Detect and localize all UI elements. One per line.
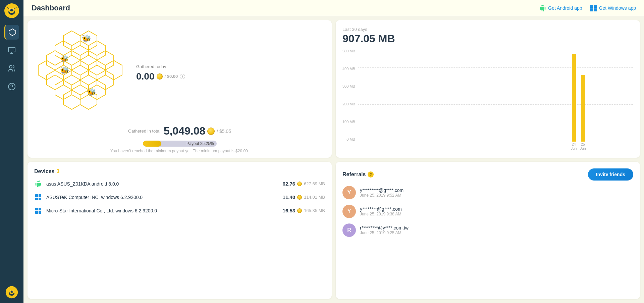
referral-avatar: R xyxy=(342,223,356,237)
chart-x-col xyxy=(597,142,606,151)
honeycomb-visual: 🐝 🐝 🐝 🐝 xyxy=(34,24,128,118)
chart-bar-col xyxy=(560,49,569,142)
device-coin-icon xyxy=(297,208,302,213)
referral-avatar: Y xyxy=(342,186,356,199)
chart-bar-col xyxy=(606,49,615,142)
gathered-total-value: 5,049.08 xyxy=(164,125,206,137)
chart-x-col xyxy=(450,142,459,151)
svg-point-19 xyxy=(10,290,11,292)
svg-text:🐝: 🐝 xyxy=(82,34,91,43)
device-credits: 16.53 xyxy=(283,208,296,213)
chart-plot: 24Jun25Jun xyxy=(358,49,633,151)
windows-app-link[interactable]: Get Windows app xyxy=(590,5,636,11)
sidebar-item-help[interactable] xyxy=(4,79,19,94)
svg-point-5 xyxy=(12,8,14,10)
chart-x-col xyxy=(496,142,505,151)
chart-bar-col xyxy=(505,49,514,142)
chart-x-col: 25Jun xyxy=(578,142,587,151)
svg-marker-21 xyxy=(34,24,51,44)
honeycomb-card: 🐝 🐝 🐝 🐝 Gathered today 0.00 xyxy=(28,20,332,158)
dashboard-grid: 🐝 🐝 🐝 🐝 Gathered today 0.00 xyxy=(23,16,644,303)
chart-bar-col xyxy=(532,49,541,142)
windows-device-icon xyxy=(34,193,42,201)
svg-marker-8 xyxy=(9,29,16,36)
main-content: Dashboard Get Android app Get Windows ap… xyxy=(23,0,644,303)
referrals-title-area: Referrals ? xyxy=(342,171,374,178)
chart-x-col xyxy=(560,142,569,151)
chart-x-col xyxy=(367,142,376,151)
sidebar-bee-icon[interactable] xyxy=(4,285,19,300)
svg-point-12 xyxy=(9,65,12,68)
chart-y-labels: 500 MB 400 MB 300 MB 200 MB 100 MB 0 MB xyxy=(342,49,358,151)
app-logo[interactable] xyxy=(4,3,19,18)
honey-coin-total xyxy=(207,128,215,135)
device-credits: 11.40 xyxy=(283,194,296,200)
sidebar-item-dashboard[interactable] xyxy=(4,25,19,40)
chart-bar-col xyxy=(404,49,413,142)
device-coin-icon xyxy=(297,195,302,200)
chart-x-col xyxy=(441,142,450,151)
android-icon xyxy=(539,5,546,11)
gathered-total-usd: / $5.05 xyxy=(217,129,231,134)
chart-x-col xyxy=(606,142,615,151)
invite-friends-button[interactable]: Invite friends xyxy=(588,168,633,181)
chart-x-col xyxy=(542,142,551,151)
svg-text:🐝: 🐝 xyxy=(60,66,69,75)
chart-bar-col xyxy=(542,49,551,142)
chart-total: 907.05 MB xyxy=(342,33,633,45)
page-header: Dashboard Get Android app Get Windows ap… xyxy=(23,0,644,16)
chart-bar-col xyxy=(432,49,441,142)
referral-date: June 25, 2019 9:38 AM xyxy=(360,212,402,216)
chart-bar-col xyxy=(496,49,505,142)
windows-device-svg xyxy=(35,194,41,200)
chart-x-col xyxy=(468,142,477,151)
chart-bar-col xyxy=(588,49,597,142)
chart-bar-col xyxy=(367,49,376,142)
devices-header: Devices 3 xyxy=(34,168,325,174)
payout-bar-container: Payout 25.25% xyxy=(143,141,217,147)
payout-bar-background: Payout 25.25% xyxy=(143,141,217,147)
referral-list: Yy*********@g****.comJune 25, 2019 9:52 … xyxy=(342,186,633,237)
referral-item: Yy*********@g****.comJune 25, 2019 9:52 … xyxy=(342,186,633,199)
android-device-icon xyxy=(34,180,42,188)
chart-area: 500 MB 400 MB 300 MB 200 MB 100 MB 0 MB xyxy=(342,49,633,151)
chart-bar xyxy=(572,54,576,142)
chart-bar-col xyxy=(551,49,560,142)
sidebar-item-referrals[interactable] xyxy=(4,61,19,76)
chart-card: Last 30 days 907.05 MB 500 MB 400 MB 300… xyxy=(336,20,640,158)
device-name: ASUSTeK Computer INC. windows 6.2.9200.0 xyxy=(46,195,143,200)
android-app-link[interactable]: Get Android app xyxy=(539,5,582,11)
referrals-info-icon[interactable]: ? xyxy=(368,171,374,178)
windows-app-label: Get Windows app xyxy=(599,5,636,11)
sidebar xyxy=(0,0,23,303)
chart-bar-col xyxy=(413,49,422,142)
device-name: asus ASUS_Z01KDA android 8.0.0 xyxy=(46,181,119,187)
android-svg xyxy=(35,181,42,187)
chart-x-labels: 24Jun25Jun xyxy=(358,142,633,151)
windows-device-icon xyxy=(34,207,42,215)
chart-bar-col xyxy=(459,49,468,142)
sidebar-item-monitor[interactable] xyxy=(4,43,19,58)
devices-count: 3 xyxy=(57,168,60,174)
chart-x-col xyxy=(459,142,468,151)
chart-bar-col xyxy=(569,49,578,142)
chart-x-col xyxy=(386,142,395,151)
info-icon-today[interactable]: i xyxy=(180,74,185,79)
device-coin-icon xyxy=(297,182,302,186)
chart-bar-col xyxy=(468,49,477,142)
sidebar-bottom xyxy=(4,285,19,300)
windows-device-svg xyxy=(35,208,41,214)
chart-x-col xyxy=(551,142,560,151)
device-mb: 165.35 MB xyxy=(304,208,325,213)
referral-email: r*********@y****.com.tw xyxy=(360,225,409,231)
referral-item: Rr*********@y****.com.twJune 25, 2019 9:… xyxy=(342,223,633,237)
chart-bar-col xyxy=(615,49,624,142)
gathered-today-value: 0.00 / $0.00 i xyxy=(136,71,185,82)
chart-x-col xyxy=(413,142,422,151)
page-title: Dashboard xyxy=(32,4,70,12)
device-name: Micro-Star International Co., Ltd. windo… xyxy=(46,208,157,213)
device-credits: 62.76 xyxy=(283,181,296,187)
chart-x-col xyxy=(523,142,532,151)
referral-avatar: Y xyxy=(342,205,356,218)
chart-x-col xyxy=(477,142,486,151)
